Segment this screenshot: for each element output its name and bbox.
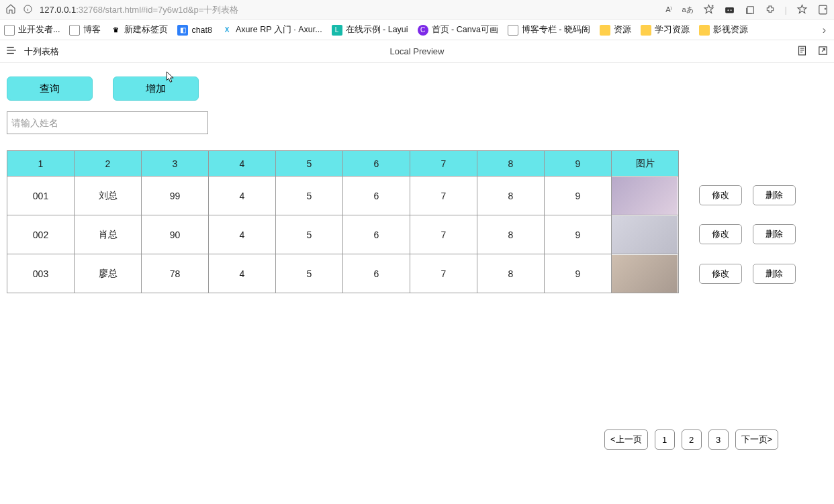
page-title: 十列表格	[24, 46, 59, 58]
table-cell: 9	[545, 254, 612, 293]
edit-button[interactable]: 修改	[699, 264, 742, 284]
bookmarks-bar: 业开发者...博客♛新建标签页◧chat8XAxure RP 入门 · Axur…	[0, 20, 834, 40]
share-icon[interactable]	[817, 45, 829, 58]
favorites-add-icon[interactable]	[703, 4, 714, 15]
bookmark-item[interactable]: 业开发者...	[4, 24, 60, 36]
collections-icon[interactable]	[745, 5, 755, 15]
add-button[interactable]: 增加	[113, 77, 199, 101]
table-cell: 5	[276, 254, 343, 293]
info-icon[interactable]	[23, 4, 33, 16]
table-cell: 肖总	[75, 215, 142, 254]
bookmark-item[interactable]: ◧chat8	[177, 24, 212, 36]
delete-button[interactable]: 删除	[753, 185, 796, 205]
table-header: 3	[142, 151, 209, 177]
table-header: 8	[477, 151, 545, 177]
table-cell: 7	[410, 215, 477, 254]
prototype-frame: 查询 增加 123456789图片 001刘总99456789002肖总9045…	[0, 63, 834, 293]
delete-button[interactable]: 删除	[753, 224, 796, 244]
table-cell: 4	[209, 177, 276, 215]
avatar	[612, 216, 678, 254]
table-row: 002肖总90456789	[7, 215, 679, 254]
table-cell: 001	[7, 177, 75, 215]
table-cell: 5	[276, 177, 343, 215]
table-cell: 8	[477, 254, 545, 293]
table-cell-image	[612, 254, 679, 293]
table-cell: 9	[545, 215, 612, 254]
table-cell: 4	[209, 215, 276, 254]
table-cell-image	[612, 177, 679, 215]
table-cell: 78	[142, 254, 209, 293]
table-cell: 7	[410, 254, 477, 293]
table-header: 5	[276, 151, 343, 177]
avatar	[612, 255, 678, 293]
table-cell: 4	[209, 254, 276, 293]
bookmark-item[interactable]: C首页 - Canva可画	[418, 24, 498, 36]
query-button[interactable]: 查询	[7, 77, 93, 101]
bookmark-item[interactable]: XAxure RP 入门 · Axur...	[222, 24, 322, 36]
table-header: 图片	[612, 151, 679, 177]
local-preview-label: Local Preview	[390, 46, 445, 56]
svg-rect-8	[747, 6, 753, 13]
bookmark-item[interactable]: ♛新建标签页	[110, 24, 168, 36]
table-header: 2	[75, 151, 142, 177]
table-cell: 6	[343, 215, 410, 254]
table-header: 6	[343, 151, 410, 177]
translate-icon[interactable]: aあ	[682, 5, 693, 15]
extensions-icon[interactable]	[765, 5, 776, 15]
home-icon[interactable]	[5, 3, 16, 16]
name-input[interactable]	[7, 111, 208, 134]
table-cell: 7	[410, 177, 477, 215]
edit-button[interactable]: 修改	[699, 185, 742, 205]
table-cell: 刘总	[75, 177, 142, 215]
bookmarks-overflow-icon[interactable]: ›	[823, 24, 830, 36]
table-cell: 5	[276, 215, 343, 254]
edit-button[interactable]: 修改	[699, 224, 742, 244]
axure-preview-bar: 十列表格 Local Preview	[0, 40, 834, 63]
table-row: 001刘总99456789	[7, 177, 679, 215]
browser-address-bar: 127.0.0.1:32768/start.html#id=7y6w1d&p=十…	[0, 0, 834, 20]
sync-icon[interactable]	[817, 4, 829, 15]
table-cell: 8	[477, 177, 545, 215]
sitemap-toggle-icon[interactable]	[5, 44, 17, 58]
table-cell: 002	[7, 215, 75, 254]
read-aloud-icon[interactable]: A⁾	[665, 5, 672, 14]
table-cell: 003	[7, 254, 75, 293]
svg-rect-15	[799, 46, 806, 55]
table-cell: 90	[142, 215, 209, 254]
delete-button[interactable]: 删除	[753, 264, 796, 284]
table-cell: 6	[343, 254, 410, 293]
data-table: 123456789图片 001刘总99456789002肖总9045678900…	[7, 150, 679, 293]
favorites-icon[interactable]	[796, 4, 808, 15]
bookmark-item[interactable]: 学习资源	[641, 24, 690, 36]
svg-rect-5	[725, 7, 734, 13]
table-cell: 99	[142, 177, 209, 215]
table-cell: 9	[545, 177, 612, 215]
bookmark-item[interactable]: 博客	[69, 24, 101, 36]
bookmark-item[interactable]: 博客专栏 - 晓码阁	[508, 24, 590, 36]
table-header: 1	[7, 151, 75, 177]
app-icon[interactable]	[724, 4, 735, 15]
bookmark-item[interactable]: 资源	[600, 24, 631, 36]
avatar	[612, 177, 678, 215]
table-cell: 8	[477, 215, 545, 254]
table-cell: 廖总	[75, 254, 142, 293]
bookmark-item[interactable]: L在线示例 - Layui	[332, 24, 408, 36]
table-header: 4	[209, 151, 276, 177]
svg-point-7	[730, 9, 731, 11]
bookmark-item[interactable]: 影视资源	[699, 24, 748, 36]
table-row: 003廖总78456789	[7, 254, 679, 293]
notes-icon[interactable]	[796, 45, 808, 58]
svg-point-6	[727, 9, 729, 11]
table-cell-image	[612, 215, 679, 254]
url-bar[interactable]: 127.0.0.1:32768/start.html#id=7y6w1d&p=十…	[40, 4, 659, 16]
table-cell: 6	[343, 177, 410, 215]
table-header: 9	[545, 151, 612, 177]
table-header: 7	[410, 151, 477, 177]
